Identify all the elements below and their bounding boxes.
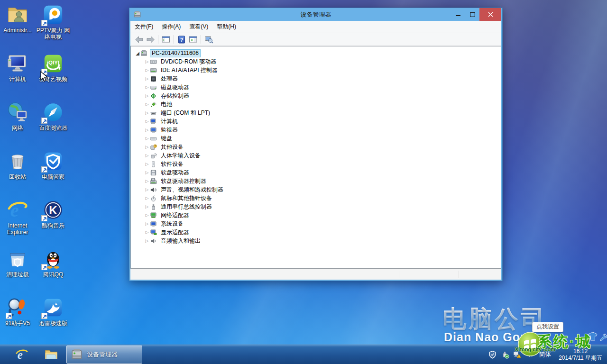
device-tree-panel: ◢PC-201407111606▷DVD/CD-ROM 驱动器▷IDE ATA/… [130, 46, 501, 269]
device-tree: ◢PC-201407111606▷DVD/CD-ROM 驱动器▷IDE ATA/… [131, 46, 501, 245]
tree-item-label: 系统设备 [159, 220, 185, 228]
tree-item-other[interactable]: ▷?其他设备 [131, 143, 501, 151]
desktop-icon-recycle[interactable]: 回收站 [0, 150, 35, 198]
expand-arrow-icon[interactable]: ▷ [144, 119, 150, 124]
tree-item-display[interactable]: ▷显示适配器 [131, 228, 501, 237]
expand-arrow-icon[interactable]: ▷ [144, 68, 150, 73]
collapse-arrow-icon[interactable]: ◢ [135, 51, 140, 56]
menu-item-2[interactable]: 查看(V) [185, 21, 212, 33]
titlebar[interactable]: 设备管理器 [130, 8, 501, 21]
expand-arrow-icon[interactable]: ▷ [144, 102, 150, 107]
tree-item-label: 存储控制器 [159, 92, 191, 100]
expand-arrow-icon[interactable]: ▷ [144, 145, 150, 149]
tree-item-cdrom[interactable]: ▷DVD/CD-ROM 驱动器 [131, 57, 501, 66]
tree-item-floppyctl[interactable]: ▷软盘驱动器控制器 [131, 177, 501, 185]
taskbar-task-device-manager[interactable]: 设备管理器 [66, 346, 142, 364]
tree-item-keyboard[interactable]: ▷键盘 [131, 134, 501, 143]
action-pane-icon[interactable] [187, 34, 199, 45]
task-button-label: 设备管理器 [87, 350, 118, 359]
taskbar-explorer-icon[interactable] [42, 345, 61, 364]
desktop-icon-pptv[interactable]: PPTV聚力 网络电视 [36, 4, 70, 51]
shortcut-arrow-icon [6, 313, 12, 319]
desktop-icon-label: 回收站 [0, 173, 35, 180]
desktop-icon-label: 清理垃圾 [0, 271, 35, 278]
expand-arrow-icon[interactable]: ▷ [144, 238, 150, 243]
expand-arrow-icon[interactable]: ▷ [144, 187, 150, 192]
tree-item-cpu[interactable]: ▷处理器 [131, 74, 501, 83]
desktop-icon-userfolder[interactable]: Administr... [0, 4, 35, 51]
usb-safe-remove-icon[interactable] [500, 350, 509, 359]
expand-arrow-icon[interactable]: ▷ [144, 204, 150, 209]
menu-item-0[interactable]: 文件(F) [130, 21, 157, 33]
tree-item-ide[interactable]: ▷IDE ATA/ATAPI 控制器 [131, 66, 501, 74]
tree-item-monitor[interactable]: ▷监视器 [131, 126, 501, 134]
tree-item-label: PC-201407111606 [150, 49, 201, 57]
svg-text:iQIYI: iQIYI [47, 60, 59, 65]
forward-icon[interactable] [145, 34, 156, 45]
desktop-icon-kugou[interactable]: K酷狗音乐 [36, 199, 70, 246]
expand-arrow-icon[interactable]: ▷ [144, 136, 150, 141]
desktop-icon-network[interactable]: 网络 [0, 101, 35, 149]
guanjia-shield-icon[interactable] [488, 350, 497, 359]
tree-item-software[interactable]: ▷软件设备 [131, 160, 501, 168]
shortcut-arrow-icon [41, 313, 47, 319]
tree-item-sound[interactable]: ▷声音、视频和游戏控制器 [131, 185, 501, 194]
close-button[interactable] [479, 8, 501, 21]
tree-item-label: 声音、视频和游戏控制器 [159, 186, 225, 193]
menu-item-1[interactable]: 操作(A) [157, 21, 185, 33]
expand-arrow-icon[interactable]: ▷ [144, 76, 150, 81]
tree-item-label: 监视器 [159, 127, 179, 134]
desktop-icon-baidu[interactable]: 百度浏览器 [36, 101, 70, 149]
tree-item-system[interactable]: ▷系统设备 [131, 219, 501, 228]
tree-item-label: 计算机 [159, 118, 179, 125]
expand-arrow-icon[interactable]: ▷ [144, 213, 150, 218]
tree-item-label: 其他设备 [159, 144, 185, 151]
tree-item-computer[interactable]: ▷计算机 [131, 117, 501, 126]
tree-item-net[interactable]: ▷网络适配器 [131, 211, 501, 219]
menu-item-3[interactable]: 帮助(H) [212, 21, 240, 33]
expand-arrow-icon[interactable]: ▷ [144, 230, 150, 235]
expand-arrow-icon[interactable]: ▷ [144, 170, 150, 175]
tree-item-battery[interactable]: ▷电池 [131, 100, 501, 109]
tree-item-label: 通用串行总线控制器 [159, 203, 213, 210]
device-manager-window: 设备管理器 文件(F)操作(A)查看(V)帮助(H) ? ◢PC-2014071… [129, 8, 503, 281]
tree-item-audioio[interactable]: ▷音频输入和输出 [131, 237, 501, 245]
expand-arrow-icon[interactable]: ▷ [144, 85, 150, 90]
tree-item-usb[interactable]: ▷通用串行总线控制器 [131, 202, 501, 211]
tree-item-floppy[interactable]: ▷软盘驱动器 [131, 168, 501, 177]
desktop-icon-label: 百度浏览器 [36, 125, 70, 131]
tree-item-mouse[interactable]: ▷鼠标和其他指针设备 [131, 194, 501, 202]
expand-arrow-icon[interactable]: ▷ [144, 179, 150, 183]
desktop-icon-xunlei[interactable]: 迅雷极速版 [36, 297, 70, 344]
taskbar-ie-icon[interactable]: e [12, 345, 31, 364]
back-icon[interactable] [133, 34, 145, 45]
expand-arrow-icon[interactable]: ▷ [144, 221, 150, 226]
minimize-button[interactable] [451, 8, 465, 21]
maximize-button[interactable] [465, 8, 479, 21]
expand-arrow-icon[interactable]: ▷ [144, 196, 150, 200]
scan-hardware-icon[interactable] [203, 34, 214, 45]
desktop-icon-qingli[interactable]: 清理垃圾 [0, 248, 35, 295]
expand-arrow-icon[interactable]: ▷ [144, 110, 150, 115]
tree-item-storage[interactable]: ▷存储控制器 [131, 91, 501, 100]
desktop-icon-qq[interactable]: 腾讯QQ [36, 248, 70, 295]
tree-item-disk[interactable]: ▷磁盘驱动器 [131, 83, 501, 91]
tree-item-hid[interactable]: ▷人体学输入设备 [131, 151, 501, 160]
tree-item-label: DVD/CD-ROM 驱动器 [159, 58, 218, 65]
tree-root-computer[interactable]: ◢PC-201407111606 [131, 49, 501, 57]
expand-arrow-icon[interactable]: ▷ [144, 59, 150, 64]
keyboard-icon [150, 135, 157, 142]
desktop-icon-guanjia[interactable]: 电脑管家 [36, 150, 70, 198]
ide-icon [150, 67, 157, 74]
expand-arrow-icon[interactable]: ▷ [144, 153, 150, 158]
desktop-icon-zhushou91[interactable]: 91助手V5 [0, 297, 35, 344]
sound-icon [150, 186, 157, 193]
desktop-icon-mycomputer[interactable]: 计算机 [0, 53, 35, 100]
expand-arrow-icon[interactable]: ▷ [144, 127, 150, 132]
desktop-icon-ie[interactable]: eInternet Explorer [0, 199, 35, 246]
tree-item-port[interactable]: ▷端口 (COM 和 LPT) [131, 109, 501, 117]
expand-arrow-icon[interactable]: ▷ [144, 93, 150, 98]
console-tree-icon[interactable] [160, 34, 172, 45]
expand-arrow-icon[interactable]: ▷ [144, 162, 150, 166]
help-icon[interactable]: ? [176, 34, 187, 45]
